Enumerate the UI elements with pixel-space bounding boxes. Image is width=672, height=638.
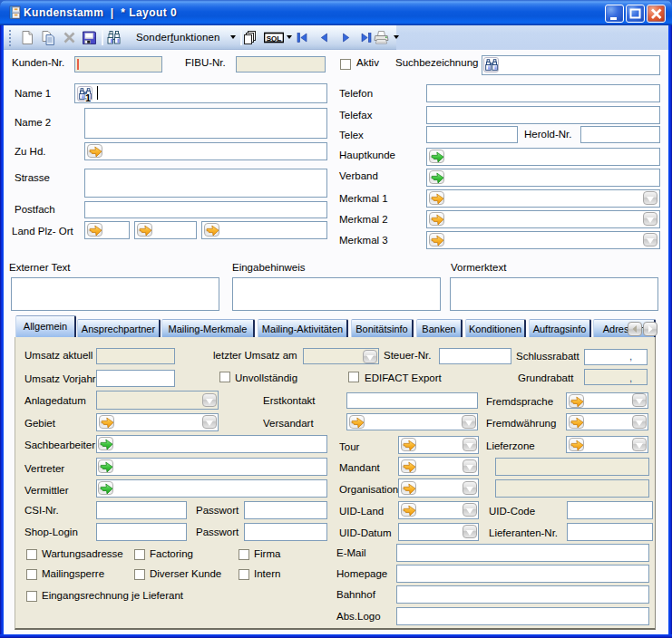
svg-text:SQL: SQL — [267, 34, 282, 43]
svg-text:1: 1 — [85, 92, 91, 103]
